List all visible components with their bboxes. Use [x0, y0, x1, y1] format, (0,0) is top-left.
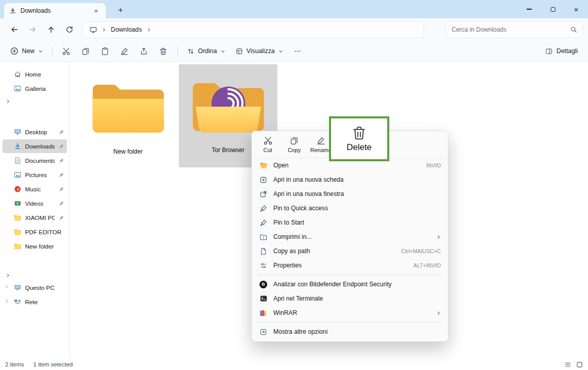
tree-expander[interactable] [0, 270, 69, 280]
new-tab-button[interactable]: + [114, 4, 127, 16]
menu-item-open-new-tab[interactable]: Apri in una nuova scheda [252, 172, 448, 187]
search-box[interactable] [446, 21, 583, 38]
sidebar-item-videos[interactable]: Videos [3, 196, 67, 210]
cut-button[interactable] [57, 43, 76, 59]
toolbar-separator [177, 46, 178, 56]
menu-item-label: Apri in una nuova scheda [273, 176, 441, 183]
menu-item-show-more-options[interactable]: Mostra altre opzioni [252, 325, 448, 339]
pin-icon [58, 186, 64, 192]
tree-expander-icon[interactable] [5, 299, 9, 303]
menu-item-open-new-window[interactable]: Apri in una nuova finestra [252, 187, 448, 201]
copy-icon [290, 136, 299, 145]
sidebar-item-xiaomi-poco-f[interactable]: XIAOMI POCO F [3, 211, 67, 225]
quick-cut-button[interactable]: Cut [254, 136, 281, 153]
folder-icon [89, 79, 167, 139]
menu-item-winrar[interactable]: WinRAR [252, 306, 448, 320]
menu-separator [257, 322, 443, 323]
sidebar-item-pdf-editor[interactable]: PDF EDITOR [3, 225, 67, 239]
sort-button[interactable]: Ordina [182, 43, 230, 59]
sidebar-item-questo-pc[interactable]: Questo PC [3, 281, 67, 294]
refresh-button[interactable] [60, 21, 79, 38]
details-pane-button[interactable]: Dettagli [540, 43, 583, 59]
close-button[interactable]: × [565, 0, 588, 18]
menu-item-label: Apri nel Terminale [273, 295, 441, 302]
delete-highlight-annotation[interactable]: Delete [329, 116, 389, 161]
details-pane-label: Dettagli [556, 47, 578, 55]
chevron-down-icon [221, 49, 225, 54]
search-input[interactable] [452, 26, 566, 33]
pin-icon [58, 201, 64, 207]
breadcrumb[interactable]: Downloads [111, 26, 142, 33]
menu-item-pin-to-start[interactable]: Pin to Start [252, 215, 448, 230]
items-count-label: 2 items [5, 361, 24, 367]
pin-icon [259, 219, 268, 227]
more-options-button[interactable] [288, 43, 308, 59]
sidebar-item-music[interactable]: Music [3, 182, 67, 196]
details-view-toggle[interactable] [565, 361, 571, 368]
address-bar[interactable]: Downloads [83, 21, 424, 38]
quick-copy-button[interactable]: Copy [281, 136, 308, 153]
minimize-button[interactable] [518, 0, 541, 18]
menu-item-open-terminal[interactable]: Apri nel Terminale [252, 291, 448, 306]
tree-expander-icon[interactable] [5, 285, 9, 289]
sidebar-item-home[interactable]: Home [3, 67, 67, 81]
menu-item-copy-as-path[interactable]: Copy as path Ctrl+MAIUSC+C [252, 244, 448, 258]
search-icon [570, 26, 577, 33]
sidebar-item-documents[interactable]: Documents [3, 154, 67, 167]
tab-close-icon[interactable]: × [91, 6, 101, 15]
up-button[interactable] [42, 21, 60, 38]
copy-button[interactable] [76, 43, 96, 59]
zip-folder-icon [259, 233, 268, 241]
sidebar-item-pictures[interactable]: Pictures [3, 168, 67, 182]
folder-open-icon [259, 161, 268, 169]
properties-icon [259, 262, 268, 269]
share-button[interactable] [134, 43, 154, 59]
sidebar-item-label: Pictures [25, 171, 47, 179]
quick-action-label: Cut [263, 147, 272, 153]
sidebar-item-new-folder[interactable]: New folder [3, 239, 67, 253]
tree-expander[interactable] [0, 96, 69, 106]
sidebar-item-rete[interactable]: Rete [3, 295, 67, 309]
sidebar-item-downloads[interactable]: Downloads [3, 139, 67, 153]
menu-item-label: Pin to Start [273, 219, 441, 226]
view-button-label: Visualizza [247, 47, 275, 55]
document-path-icon [259, 248, 268, 255]
menu-item-pin-quick-access[interactable]: Pin to Quick access [252, 201, 448, 215]
menu-item-label: Open [273, 162, 420, 169]
tab-downloads[interactable]: Downloads × [4, 3, 106, 18]
selected-count-label: 1 item selected [33, 361, 73, 367]
maximize-button[interactable] [541, 0, 565, 18]
sidebar-item-label: Downloads [25, 143, 55, 150]
sort-button-label: Ordina [198, 47, 217, 55]
view-button[interactable]: Visualizza [230, 43, 288, 59]
maximize-icon [551, 7, 555, 12]
menu-item-properties[interactable]: Properties ALT+INVIO [252, 258, 448, 273]
menu-item-bitdefender-scan[interactable]: B Analizar con Bitdefender Endpoint Secu… [252, 277, 448, 291]
paste-button[interactable] [96, 43, 115, 59]
delete-button[interactable] [154, 43, 173, 59]
menu-item-label: WinRAR [273, 309, 431, 316]
close-icon: × [574, 6, 579, 13]
navigation-bar: Downloads [0, 18, 588, 41]
large-icons-view-toggle[interactable] [576, 361, 583, 368]
folder-icon [14, 214, 21, 221]
file-tile-new-folder[interactable]: New folder [79, 66, 177, 167]
new-tab-icon [259, 176, 268, 184]
forward-button[interactable] [23, 21, 42, 38]
pictures-icon [14, 171, 21, 179]
submenu-chevron-icon [436, 235, 441, 239]
pin-icon [259, 205, 268, 212]
new-button[interactable]: New [5, 43, 48, 59]
desktop-icon [14, 128, 21, 136]
back-button[interactable] [5, 21, 23, 38]
rename-button[interactable] [115, 43, 134, 59]
menu-item-compress[interactable]: Comprimi in... [252, 230, 448, 244]
sidebar-item-galleria[interactable]: Galleria [3, 82, 67, 95]
menu-item-label: Pin to Quick access [273, 205, 441, 212]
status-bar: 2 items 1 item selected [0, 359, 588, 370]
minimize-icon [527, 9, 532, 9]
delete-label: Delete [346, 142, 371, 153]
command-bar: New Ordina [0, 41, 588, 62]
breadcrumb-chevron-icon [102, 28, 106, 32]
sidebar-item-desktop[interactable]: Desktop [3, 125, 67, 139]
